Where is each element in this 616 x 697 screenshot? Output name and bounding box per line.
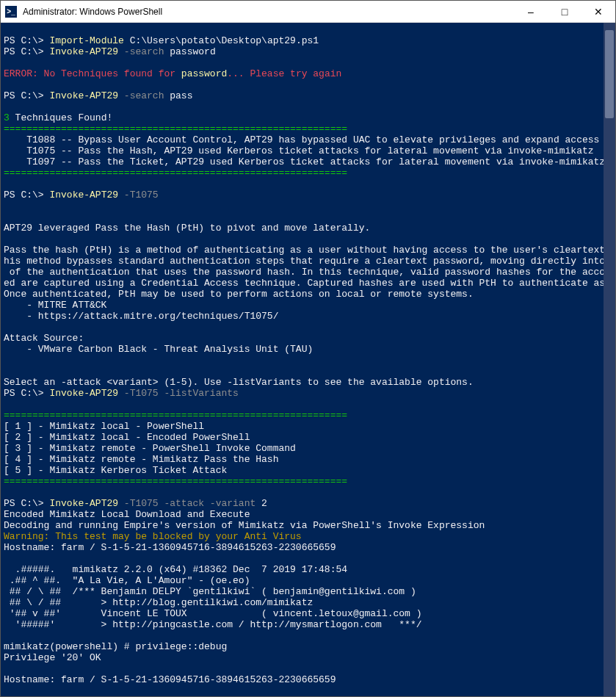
minimize-button[interactable]: – xyxy=(514,1,548,22)
desc-line: Attack Source: xyxy=(4,333,84,344)
technique-row: T1075 -- Pass the Hash, APT29 used Kerbe… xyxy=(4,145,594,156)
attack-line: Decoding and running Empire's version of… xyxy=(4,520,485,531)
error-term: password xyxy=(181,68,227,79)
hostname-line: Hostname: farm / S-1-5-21-1360945716-389… xyxy=(4,674,336,685)
cmd-invoke: Invoke-APT29 xyxy=(49,189,118,201)
found-rest: Techniques Found! xyxy=(10,112,112,123)
desc-line: ed are captured using a Credential Acces… xyxy=(4,278,615,289)
search-value: pass xyxy=(164,90,192,101)
powershell-window: >_ Administrator: Windows PowerShell – □… xyxy=(0,0,616,697)
hostname-line: Hostname: farm / S-1-5-21-1360945716-389… xyxy=(4,542,336,553)
mimikatz-banner: ## \ / ## > http://blog.gentilkiwi.com/m… xyxy=(4,597,313,608)
desc-line: Select an -attack <variant> (1-5). Use -… xyxy=(4,377,474,388)
cmd-invoke: Invoke-APT29 xyxy=(49,46,118,57)
mimikatz-banner: .#####. mimikatz 2.2.0 (x64) #18362 Dec … xyxy=(4,564,347,575)
desc-line: APT29 leveraged Pass the Hash (PtH) to p… xyxy=(4,223,370,234)
powershell-icon: >_ xyxy=(5,6,17,18)
flag-attack: -T1075 -attack -variant xyxy=(118,498,256,509)
desc-line: of the authentication that uses the pass… xyxy=(4,267,615,278)
prompt: PS C:\> xyxy=(4,498,49,509)
flag-search: -search xyxy=(118,46,164,57)
variant-row: [ 1 ] - Mimikatz local - PowerShell xyxy=(4,421,204,432)
mimikatz-banner: .## ^ ##. "A La Vie, A L'Amour" - (oe.eo… xyxy=(4,575,250,586)
prompt: PS C:\> xyxy=(4,46,49,57)
mimikatz-cmd: mimikatz(powershell) # privilege::debug xyxy=(4,641,227,652)
prompt: PS C:\> xyxy=(4,35,49,46)
cmd-import-module: Import-Module xyxy=(49,35,123,46)
desc-line: his method bypasses standard authenticat… xyxy=(4,256,615,267)
found-count: 3 xyxy=(4,112,10,123)
variant-row: [ 4 ] - Mimikatz remote - Mimikatz Pass … xyxy=(4,454,278,465)
prompt: PS C:\> xyxy=(4,388,49,399)
variant-row: [ 2 ] - Mimikatz local - Encoded PowerSh… xyxy=(4,432,250,443)
window-title: Administrator: Windows PowerShell xyxy=(21,7,514,17)
flag-listvariants: -T1075 -listVariants xyxy=(118,388,239,399)
titlebar[interactable]: >_ Administrator: Windows PowerShell – □… xyxy=(1,1,615,23)
desc-line: - MITRE ATT&CK xyxy=(4,300,106,311)
flag-search: -search xyxy=(118,90,164,101)
error-suffix: ... Please try again xyxy=(227,68,341,79)
warning-line: Warning: This test may be blocked by you… xyxy=(4,531,302,542)
desc-line: Once authenticated, PtH may be used to p… xyxy=(4,289,474,300)
close-button[interactable]: ✕ xyxy=(581,1,615,22)
separator: ========================================… xyxy=(4,410,347,421)
mimikatz-banner: ## / \ ## /*** Benjamin DELPY `gentilkiw… xyxy=(4,586,416,597)
cmd-invoke: Invoke-APT29 xyxy=(49,90,118,101)
scrollbar[interactable] xyxy=(604,23,615,696)
attack-line: Encoded Mimikatz Local Download and Exec… xyxy=(4,509,250,520)
mimikatz-banner: '#####' > http://pingcastle.com / http:/… xyxy=(4,619,422,630)
cmd-invoke: Invoke-APT29 xyxy=(49,388,118,399)
terminal-output[interactable]: PS C:\> Import-Module C:\Users\potato\De… xyxy=(1,23,615,696)
variant-row: [ 5 ] - Mimikatz Kerberos Ticket Attack xyxy=(4,465,227,476)
error-prefix: ERROR: No Techniques found for xyxy=(4,68,181,79)
attack-variant-value: 2 xyxy=(256,498,267,509)
window-controls: – □ ✕ xyxy=(514,1,615,22)
desc-line: - VMware Carbon Black - Threat Analysis … xyxy=(4,344,313,355)
separator: ========================================… xyxy=(4,123,347,134)
cmd-invoke: Invoke-APT29 xyxy=(49,498,118,509)
scrollbar-thumb[interactable] xyxy=(605,30,614,118)
maximize-button[interactable]: □ xyxy=(548,1,581,22)
mimikatz-output: Privilege '20' OK xyxy=(4,652,101,663)
prompt: PS C:\> xyxy=(4,90,49,101)
search-value: password xyxy=(164,46,215,57)
technique-row: T1088 -- Bypass User Account Control, AP… xyxy=(4,134,599,145)
mimikatz-banner: '## v ##' Vincent LE TOUX ( vincent.leto… xyxy=(4,608,422,619)
variant-row: [ 3 ] - Mimikatz remote - PowerShell Inv… xyxy=(4,443,296,454)
cmd-import-path: C:\Users\potato\Desktop\apt29.ps1 xyxy=(124,35,319,46)
desc-line: - https://attack.mitre.org/techniques/T1… xyxy=(4,311,278,322)
separator: ========================================… xyxy=(4,476,347,487)
prompt: PS C:\> xyxy=(4,189,49,201)
separator: ========================================… xyxy=(4,167,347,178)
technique-row: T1097 -- Pass the Ticket, APT29 used Ker… xyxy=(4,156,605,167)
desc-line: Pass the hash (PtH) is a method of authe… xyxy=(4,245,615,256)
flag-t1075: -T1075 xyxy=(118,189,159,201)
